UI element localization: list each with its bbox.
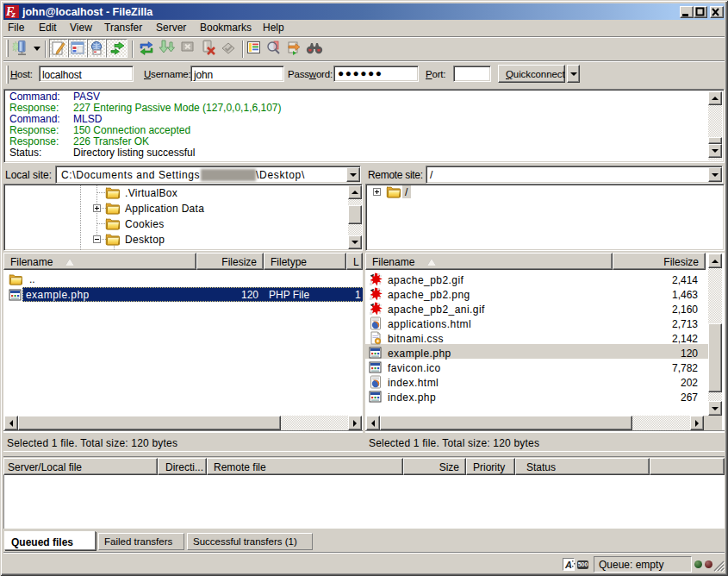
svg-text:z: z [11, 9, 16, 18]
svg-text:A: A [564, 560, 572, 570]
